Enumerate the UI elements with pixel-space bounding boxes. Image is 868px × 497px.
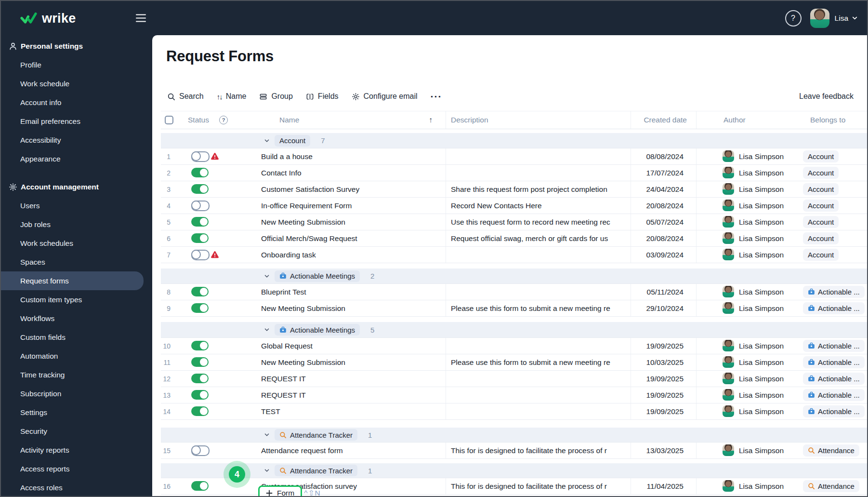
belongs-to-chip[interactable]: Account <box>803 167 839 179</box>
group-button[interactable]: Group <box>259 92 292 101</box>
status-toggle[interactable] <box>191 481 209 491</box>
chevron-down-icon[interactable] <box>264 432 270 438</box>
table-row[interactable]: 11New Meeting SubmissionPlease use this … <box>161 354 867 371</box>
table-row[interactable]: 4In-office Requirement FormRecord New Co… <box>161 198 867 214</box>
form-name[interactable]: New Meeting Submission <box>261 354 345 370</box>
belongs-to-chip[interactable]: Account <box>803 183 839 195</box>
belongs-to-chip[interactable]: Actionable ... <box>803 389 865 401</box>
status-help-icon[interactable]: ? <box>219 116 228 124</box>
table-row[interactable]: 10Global Request19/09/2025Lisa SimpsonAc… <box>161 338 867 354</box>
table-row[interactable]: 15Attendance request formThis for is des… <box>161 443 867 459</box>
status-toggle[interactable] <box>191 406 209 416</box>
help-button[interactable]: ? <box>785 10 802 27</box>
belongs-to-chip[interactable]: Actionable ... <box>803 286 865 298</box>
column-header-name[interactable]: Name <box>279 111 299 129</box>
status-toggle[interactable] <box>191 250 210 260</box>
column-header-belongs-to[interactable]: Belongs to <box>810 111 845 129</box>
form-name[interactable]: Official Merch/Swag Request <box>261 230 357 246</box>
status-toggle[interactable] <box>191 374 209 383</box>
belongs-to-chip[interactable]: Actionable ... <box>803 340 865 352</box>
group-chip[interactable]: Account <box>275 135 310 147</box>
sort-button[interactable]: ↑↓ Name <box>217 92 247 101</box>
wrike-logo[interactable]: wrike <box>20 11 76 26</box>
group-chip[interactable]: Actionable Meetings <box>275 270 360 282</box>
form-name[interactable]: Blueprint Test <box>261 284 306 300</box>
form-name[interactable]: TEST <box>261 403 280 419</box>
form-name[interactable]: In-office Requirement Form <box>261 198 352 214</box>
sidebar-item-subscription[interactable]: Subscription <box>1 384 152 403</box>
group-chip[interactable]: Attendance Tracker <box>275 465 357 476</box>
table-row[interactable]: 3Customer Satisfaction SurveyShare this … <box>161 181 867 198</box>
sidebar-item-activity-reports[interactable]: Activity reports <box>1 441 152 459</box>
status-toggle[interactable] <box>191 184 209 194</box>
form-name[interactable]: New Meeting Submission <box>261 214 345 230</box>
belongs-to-chip[interactable]: Actionable ... <box>803 373 865 385</box>
table-row[interactable]: 2Contact Info17/07/2024Lisa SimpsonAccou… <box>161 165 867 181</box>
form-name[interactable]: Global Request <box>261 338 313 354</box>
table-row[interactable]: 6Official Merch/Swag RequestRequest offi… <box>161 230 867 247</box>
table-row[interactable]: 7Onboarding task03/09/2024Lisa SimpsonAc… <box>161 247 867 263</box>
belongs-to-chip[interactable]: Account <box>803 216 839 228</box>
column-header-author[interactable]: Author <box>723 111 746 129</box>
sidebar-item-profile[interactable]: Profile <box>1 55 152 74</box>
status-toggle[interactable] <box>191 357 209 367</box>
group-chip[interactable]: Attendance Tracker <box>275 429 357 441</box>
status-toggle[interactable] <box>191 201 210 211</box>
status-toggle[interactable] <box>191 303 209 313</box>
table-row[interactable]: 13REQUEST IT19/09/2025Lisa SimpsonAction… <box>161 387 867 403</box>
table-row[interactable]: 1Build a a house08/08/2024Lisa SimpsonAc… <box>161 148 867 165</box>
status-toggle[interactable] <box>191 445 210 456</box>
status-toggle[interactable] <box>191 151 210 162</box>
sidebar-item-users[interactable]: Users <box>1 196 152 215</box>
sidebar-item-account-info[interactable]: Account info <box>1 93 152 112</box>
belongs-to-chip[interactable]: Account <box>803 249 839 261</box>
belongs-to-chip[interactable]: Account <box>803 200 839 212</box>
form-name[interactable]: REQUEST IT <box>261 371 306 387</box>
sidebar-item-accessibility[interactable]: Accessibility <box>1 131 152 149</box>
form-name[interactable]: Contact Info <box>261 165 302 181</box>
chevron-down-icon[interactable] <box>264 138 270 144</box>
chevron-down-icon[interactable] <box>264 273 270 279</box>
belongs-to-chip[interactable]: Actionable ... <box>803 405 865 417</box>
column-header-created-date[interactable]: Created date <box>631 111 687 129</box>
sidebar-item-work-schedules[interactable]: Work schedules <box>1 234 152 253</box>
group-chip[interactable]: Actionable Meetings <box>275 324 360 336</box>
belongs-to-chip[interactable]: Account <box>803 232 839 244</box>
belongs-to-chip[interactable]: Account <box>803 150 839 162</box>
sidebar-item-access-roles[interactable]: Access roles <box>1 478 152 497</box>
table-row[interactable]: 14TEST19/09/2025Lisa SimpsonActionable .… <box>161 403 867 420</box>
table-row[interactable]: 8Blueprint Test05/11/2024Lisa SimpsonAct… <box>161 284 867 300</box>
sidebar-item-spaces[interactable]: Spaces <box>1 253 152 271</box>
status-toggle[interactable] <box>191 287 209 296</box>
form-name[interactable]: Customer Satisfaction Survey <box>261 181 359 197</box>
menu-toggle-button[interactable] <box>134 12 148 24</box>
status-toggle[interactable] <box>191 233 209 243</box>
belongs-to-chip[interactable]: Actionable ... <box>803 356 865 368</box>
search-button[interactable]: Search <box>167 92 204 101</box>
belongs-to-chip[interactable]: Actionable ... <box>803 302 865 314</box>
table-row[interactable]: 12REQUEST IT19/09/2025Lisa SimpsonAction… <box>161 371 867 387</box>
status-toggle[interactable] <box>191 168 209 177</box>
sort-ascending-icon[interactable]: ↑ <box>429 111 433 129</box>
belongs-to-chip[interactable]: Attendance <box>803 444 859 457</box>
more-actions-button[interactable]: ··· <box>431 94 442 99</box>
user-avatar[interactable] <box>810 9 829 28</box>
form-name[interactable]: Build a a house <box>261 148 313 164</box>
form-name[interactable]: Attendance request form <box>261 443 343 458</box>
sidebar-item-appearance[interactable]: Appearance <box>1 149 152 168</box>
sidebar-item-workflows[interactable]: Workflows <box>1 309 152 328</box>
table-row[interactable]: 9New Meeting SubmissionPlease use this f… <box>161 300 867 317</box>
form-name[interactable]: REQUEST IT <box>261 387 306 403</box>
sidebar-item-settings[interactable]: Settings <box>1 403 152 422</box>
chevron-down-icon[interactable] <box>264 468 270 473</box>
status-toggle[interactable] <box>191 341 209 350</box>
chevron-down-icon[interactable] <box>852 15 858 21</box>
status-toggle[interactable] <box>191 217 209 227</box>
fields-button[interactable]: Fields <box>306 92 339 101</box>
form-name[interactable]: New Meeting Submission <box>261 300 345 316</box>
sidebar-item-job-roles[interactable]: Job roles <box>1 215 152 234</box>
sidebar-item-automation[interactable]: Automation <box>1 347 152 365</box>
sidebar-item-custom-item-types[interactable]: Custom item types <box>1 290 152 309</box>
column-header-description[interactable]: Description <box>451 111 488 129</box>
sidebar-item-access-reports[interactable]: Access reports <box>1 459 152 478</box>
